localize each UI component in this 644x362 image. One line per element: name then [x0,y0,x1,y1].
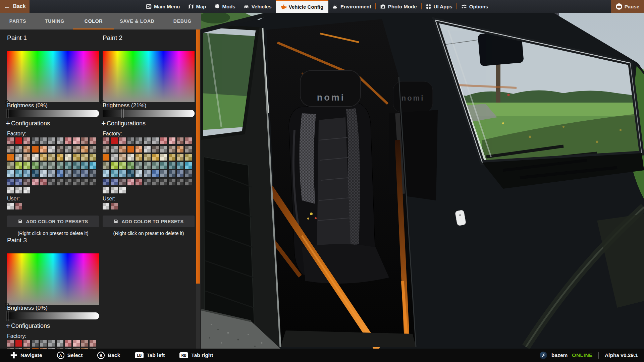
factory-swatch[interactable] [57,179,63,185]
factory-swatch[interactable] [73,137,80,144]
configurations-toggle[interactable]: +Configurations [11,120,50,127]
add-color-to-presets-button[interactable]: ADD COLOR TO PRESETS [7,216,99,227]
factory-swatch[interactable] [23,170,30,177]
factory-swatch[interactable] [48,170,55,177]
factory-swatch[interactable] [57,146,63,153]
factory-swatch[interactable] [144,154,151,161]
factory-swatch[interactable] [7,137,14,144]
factory-swatch[interactable] [136,137,142,144]
factory-swatch[interactable] [152,146,159,153]
factory-swatch[interactable] [160,154,167,161]
factory-swatch[interactable] [65,170,71,177]
factory-swatch[interactable] [169,154,175,161]
factory-swatch[interactable] [7,154,14,161]
brightness-slider[interactable] [7,110,99,117]
factory-swatch[interactable] [7,187,14,193]
factory-swatch[interactable] [40,162,47,169]
color-picker-gradient[interactable] [7,51,99,102]
factory-swatch[interactable] [90,137,96,144]
menu-item-environment[interactable]: Environment [328,0,375,13]
factory-swatch[interactable] [65,137,71,144]
factory-swatch[interactable] [90,154,96,161]
add-color-to-presets-button[interactable]: ADD COLOR TO PRESETS [103,216,195,227]
factory-swatch[interactable] [136,170,142,177]
factory-swatch[interactable] [90,179,96,185]
factory-swatch[interactable] [127,179,134,185]
factory-swatch[interactable] [65,340,71,347]
factory-swatch[interactable] [23,162,30,169]
factory-swatch[interactable] [57,170,63,177]
configurations-toggle[interactable]: +Configurations [11,322,50,329]
factory-swatch[interactable] [144,137,151,144]
factory-swatch[interactable] [169,179,175,185]
factory-swatch[interactable] [160,170,167,177]
factory-swatch[interactable] [103,179,109,185]
factory-swatch[interactable] [15,170,22,177]
factory-swatch[interactable] [119,154,126,161]
factory-swatch[interactable] [119,170,126,177]
factory-swatch[interactable] [185,146,192,153]
factory-swatch[interactable] [152,137,159,144]
tab-debug[interactable]: DEBUG [167,13,198,29]
factory-swatch[interactable] [185,162,192,169]
user-swatch[interactable] [15,203,22,209]
user-swatch[interactable] [111,203,118,209]
factory-swatch[interactable] [81,179,88,185]
brightness-slider-handle[interactable] [6,109,8,118]
factory-swatch[interactable] [32,162,39,169]
factory-swatch[interactable] [119,179,126,185]
factory-swatch[interactable] [111,146,118,153]
factory-swatch[interactable] [7,170,14,177]
factory-swatch[interactable] [177,179,183,185]
factory-swatch[interactable] [136,179,142,185]
factory-swatch[interactable] [169,162,175,169]
factory-swatch[interactable] [127,146,134,153]
factory-swatch[interactable] [32,137,39,144]
factory-swatch[interactable] [111,187,118,193]
factory-swatch[interactable] [90,146,96,153]
brightness-slider-handle[interactable] [6,311,8,321]
factory-swatch[interactable] [160,146,167,153]
factory-swatch[interactable] [136,162,142,169]
factory-swatch[interactable] [185,170,192,177]
factory-swatch[interactable] [90,340,96,347]
factory-swatch[interactable] [48,340,55,347]
brightness-slider[interactable] [7,312,99,319]
tab-parts[interactable]: PARTS [3,13,33,29]
factory-swatch[interactable] [103,187,109,193]
factory-swatch[interactable] [111,154,118,161]
factory-swatch[interactable] [185,137,192,144]
factory-swatch[interactable] [103,154,109,161]
pause-button[interactable]: Pause [611,0,644,13]
factory-swatch[interactable] [111,179,118,185]
factory-swatch[interactable] [23,187,30,193]
factory-swatch[interactable] [111,170,118,177]
factory-swatch[interactable] [81,137,88,144]
factory-swatch[interactable] [127,137,134,144]
factory-swatch[interactable] [103,162,109,169]
menu-item-map[interactable]: Map [184,0,210,13]
factory-swatch[interactable] [7,146,14,153]
factory-swatch[interactable] [90,162,96,169]
factory-swatch[interactable] [81,154,88,161]
color-picker-gradient[interactable] [7,253,99,305]
factory-swatch[interactable] [127,170,134,177]
panel-scrollbar[interactable] [196,29,200,349]
factory-swatch[interactable] [73,179,80,185]
tab-tuning[interactable]: TUNING [36,13,73,29]
factory-swatch[interactable] [144,162,151,169]
factory-swatch[interactable] [40,154,47,161]
factory-swatch[interactable] [103,146,109,153]
factory-swatch[interactable] [169,146,175,153]
factory-swatch[interactable] [73,146,80,153]
factory-swatch[interactable] [177,162,183,169]
factory-swatch[interactable] [81,170,88,177]
factory-swatch[interactable] [23,154,30,161]
factory-swatch[interactable] [40,137,47,144]
factory-swatch[interactable] [15,187,22,193]
factory-swatch[interactable] [15,154,22,161]
brightness-slider-handle[interactable] [121,109,123,118]
factory-swatch[interactable] [40,179,47,185]
factory-swatch[interactable] [185,179,192,185]
factory-swatch[interactable] [32,154,39,161]
